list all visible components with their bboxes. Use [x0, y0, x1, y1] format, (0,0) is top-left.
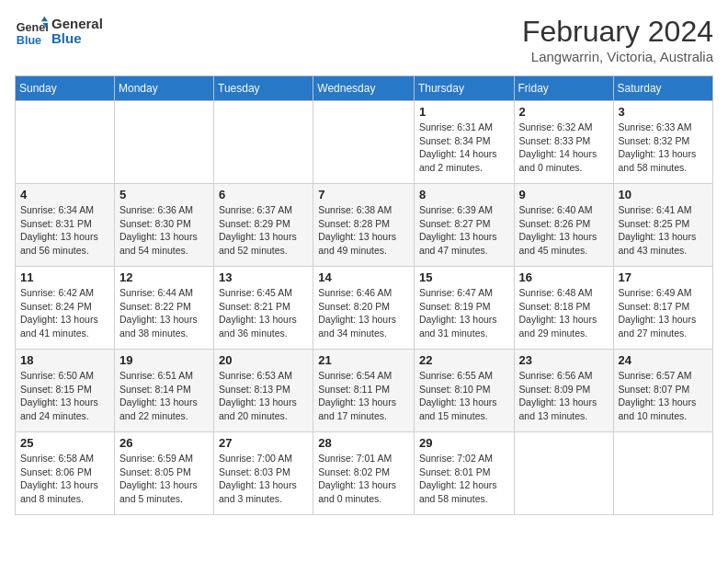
- day-info: Sunrise: 6:40 AM Sunset: 8:26 PM Dayligh…: [519, 203, 609, 258]
- calendar-cell: 23Sunrise: 6:56 AM Sunset: 8:09 PM Dayli…: [514, 350, 613, 432]
- logo-general: General: [51, 17, 103, 32]
- calendar-cell: 25Sunrise: 6:58 AM Sunset: 8:06 PM Dayli…: [16, 432, 115, 515]
- day-number: 10: [619, 188, 708, 201]
- calendar-week-row: 1Sunrise: 6:31 AM Sunset: 8:34 PM Daylig…: [16, 101, 713, 184]
- calendar-week-row: 11Sunrise: 6:42 AM Sunset: 8:24 PM Dayli…: [16, 267, 713, 350]
- calendar-cell: 22Sunrise: 6:55 AM Sunset: 8:10 PM Dayli…: [414, 350, 514, 432]
- calendar-cell: 9Sunrise: 6:40 AM Sunset: 8:26 PM Daylig…: [514, 184, 613, 267]
- day-info: Sunrise: 6:42 AM Sunset: 8:24 PM Dayligh…: [20, 286, 109, 340]
- calendar-cell: 7Sunrise: 6:38 AM Sunset: 8:28 PM Daylig…: [313, 184, 415, 267]
- day-info: Sunrise: 6:41 AM Sunset: 8:25 PM Dayligh…: [619, 203, 708, 258]
- calendar-cell: 4Sunrise: 6:34 AM Sunset: 8:31 PM Daylig…: [16, 184, 115, 267]
- calendar-cell: 29Sunrise: 7:02 AM Sunset: 8:01 PM Dayli…: [414, 432, 514, 515]
- logo-icon: General Blue: [15, 15, 48, 48]
- day-number: 15: [419, 270, 509, 284]
- day-info: Sunrise: 6:51 AM Sunset: 8:14 PM Dayligh…: [119, 369, 209, 423]
- calendar-cell: 20Sunrise: 6:53 AM Sunset: 8:13 PM Dayli…: [214, 350, 313, 432]
- day-info: Sunrise: 7:00 AM Sunset: 8:03 PM Dayligh…: [219, 452, 308, 506]
- day-info: Sunrise: 6:50 AM Sunset: 8:15 PM Dayligh…: [20, 369, 109, 423]
- day-number: 21: [318, 353, 409, 367]
- calendar-cell: 3Sunrise: 6:33 AM Sunset: 8:32 PM Daylig…: [613, 101, 712, 184]
- day-number: 18: [20, 353, 109, 367]
- calendar-cell: 28Sunrise: 7:01 AM Sunset: 8:02 PM Dayli…: [313, 432, 415, 515]
- calendar-cell: 26Sunrise: 6:59 AM Sunset: 8:05 PM Dayli…: [115, 432, 214, 515]
- day-info: Sunrise: 6:31 AM Sunset: 8:34 PM Dayligh…: [419, 121, 509, 175]
- day-info: Sunrise: 6:56 AM Sunset: 8:09 PM Dayligh…: [519, 369, 609, 423]
- main-title: February 2024: [522, 15, 713, 49]
- day-number: 23: [519, 353, 609, 367]
- svg-marker-2: [41, 17, 48, 21]
- day-number: 17: [619, 270, 708, 284]
- calendar-week-row: 4Sunrise: 6:34 AM Sunset: 8:31 PM Daylig…: [16, 184, 713, 267]
- day-info: Sunrise: 6:48 AM Sunset: 8:18 PM Dayligh…: [519, 286, 609, 340]
- calendar-cell: 11Sunrise: 6:42 AM Sunset: 8:24 PM Dayli…: [16, 267, 115, 350]
- day-number: 29: [419, 436, 509, 450]
- day-number: 26: [119, 436, 209, 450]
- day-number: 13: [219, 270, 308, 284]
- day-info: Sunrise: 6:44 AM Sunset: 8:22 PM Dayligh…: [119, 286, 209, 340]
- day-number: 28: [318, 436, 409, 450]
- day-info: Sunrise: 6:47 AM Sunset: 8:19 PM Dayligh…: [419, 286, 509, 340]
- title-block: February 2024 Langwarrin, Victoria, Aust…: [522, 15, 713, 64]
- calendar-cell: 15Sunrise: 6:47 AM Sunset: 8:19 PM Dayli…: [414, 267, 514, 350]
- header-sunday: Sunday: [16, 76, 115, 101]
- calendar-cell: [214, 101, 313, 184]
- header-wednesday: Wednesday: [313, 76, 415, 101]
- day-number: 12: [119, 270, 209, 284]
- calendar-cell: 8Sunrise: 6:39 AM Sunset: 8:27 PM Daylig…: [414, 184, 514, 267]
- day-info: Sunrise: 7:02 AM Sunset: 8:01 PM Dayligh…: [419, 452, 509, 506]
- logo-blue: Blue: [51, 31, 103, 47]
- day-number: 3: [619, 105, 708, 119]
- svg-text:Blue: Blue: [17, 34, 41, 47]
- day-info: Sunrise: 6:33 AM Sunset: 8:32 PM Dayligh…: [619, 121, 708, 175]
- day-info: Sunrise: 6:49 AM Sunset: 8:17 PM Dayligh…: [619, 286, 708, 340]
- day-info: Sunrise: 6:37 AM Sunset: 8:29 PM Dayligh…: [219, 203, 308, 258]
- day-number: 16: [519, 270, 609, 284]
- calendar-cell: 21Sunrise: 6:54 AM Sunset: 8:11 PM Dayli…: [313, 350, 415, 432]
- logo: General Blue General Blue: [15, 15, 103, 48]
- day-info: Sunrise: 6:54 AM Sunset: 8:11 PM Dayligh…: [318, 369, 409, 423]
- header-tuesday: Tuesday: [214, 76, 313, 101]
- page-header: General Blue General Blue February 2024 …: [15, 15, 713, 64]
- calendar-cell: [313, 101, 415, 184]
- calendar-cell: 13Sunrise: 6:45 AM Sunset: 8:21 PM Dayli…: [214, 267, 313, 350]
- day-number: 4: [20, 188, 109, 201]
- header-saturday: Saturday: [613, 76, 712, 101]
- calendar-week-row: 25Sunrise: 6:58 AM Sunset: 8:06 PM Dayli…: [16, 432, 713, 515]
- calendar-table: SundayMondayTuesdayWednesdayThursdayFrid…: [15, 75, 713, 515]
- day-info: Sunrise: 6:39 AM Sunset: 8:27 PM Dayligh…: [419, 203, 509, 258]
- day-number: 25: [20, 436, 109, 450]
- calendar-cell: 1Sunrise: 6:31 AM Sunset: 8:34 PM Daylig…: [414, 101, 514, 184]
- day-info: Sunrise: 6:45 AM Sunset: 8:21 PM Dayligh…: [219, 286, 308, 340]
- day-info: Sunrise: 6:34 AM Sunset: 8:31 PM Dayligh…: [20, 203, 109, 258]
- calendar-cell: [613, 432, 712, 515]
- day-number: 7: [318, 188, 409, 201]
- day-info: Sunrise: 7:01 AM Sunset: 8:02 PM Dayligh…: [318, 452, 409, 506]
- day-number: 5: [119, 188, 209, 201]
- calendar-cell: 12Sunrise: 6:44 AM Sunset: 8:22 PM Dayli…: [115, 267, 214, 350]
- day-info: Sunrise: 6:55 AM Sunset: 8:10 PM Dayligh…: [419, 369, 509, 423]
- day-number: 11: [20, 270, 109, 284]
- calendar-cell: [16, 101, 115, 184]
- calendar-cell: 6Sunrise: 6:37 AM Sunset: 8:29 PM Daylig…: [214, 184, 313, 267]
- calendar-cell: 5Sunrise: 6:36 AM Sunset: 8:30 PM Daylig…: [115, 184, 214, 267]
- day-info: Sunrise: 6:57 AM Sunset: 8:07 PM Dayligh…: [619, 369, 708, 423]
- day-number: 24: [619, 353, 708, 367]
- header-monday: Monday: [115, 76, 214, 101]
- day-number: 6: [219, 188, 308, 201]
- calendar-cell: 19Sunrise: 6:51 AM Sunset: 8:14 PM Dayli…: [115, 350, 214, 432]
- calendar-header-row: SundayMondayTuesdayWednesdayThursdayFrid…: [16, 76, 713, 101]
- day-number: 14: [318, 270, 409, 284]
- day-info: Sunrise: 6:36 AM Sunset: 8:30 PM Dayligh…: [119, 203, 209, 258]
- calendar-cell: 16Sunrise: 6:48 AM Sunset: 8:18 PM Dayli…: [514, 267, 613, 350]
- header-friday: Friday: [514, 76, 613, 101]
- calendar-week-row: 18Sunrise: 6:50 AM Sunset: 8:15 PM Dayli…: [16, 350, 713, 432]
- day-info: Sunrise: 6:58 AM Sunset: 8:06 PM Dayligh…: [20, 452, 109, 506]
- day-info: Sunrise: 6:46 AM Sunset: 8:20 PM Dayligh…: [318, 286, 409, 340]
- day-info: Sunrise: 6:53 AM Sunset: 8:13 PM Dayligh…: [219, 369, 308, 423]
- day-info: Sunrise: 6:38 AM Sunset: 8:28 PM Dayligh…: [318, 203, 409, 258]
- day-number: 19: [119, 353, 209, 367]
- calendar-cell: 14Sunrise: 6:46 AM Sunset: 8:20 PM Dayli…: [313, 267, 415, 350]
- day-number: 9: [519, 188, 609, 201]
- day-number: 22: [419, 353, 509, 367]
